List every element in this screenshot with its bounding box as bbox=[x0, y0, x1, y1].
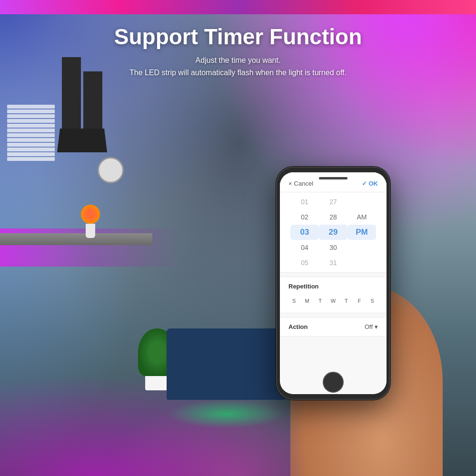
ampm-item bbox=[347, 240, 376, 255]
wall-clock bbox=[98, 157, 124, 183]
pendant-light-right bbox=[83, 71, 102, 152]
subtitle-line1: Adjust the time you want. bbox=[196, 56, 281, 64]
ok-button[interactable]: ✓ OK bbox=[362, 180, 378, 187]
minute-item: 31 bbox=[319, 255, 347, 270]
cancel-icon: × bbox=[288, 180, 292, 187]
day-monday[interactable]: M bbox=[301, 295, 312, 307]
app-interface: × Cancel ✓ OK 01 02 03 bbox=[280, 172, 387, 394]
flower-vase bbox=[86, 224, 95, 238]
phone-home-button[interactable] bbox=[323, 372, 344, 393]
lamp-shade-right bbox=[79, 129, 107, 152]
days-row: S M T W T F S bbox=[288, 295, 378, 307]
day-wednesday[interactable]: W bbox=[327, 295, 338, 307]
minute-selected: 29 bbox=[319, 225, 347, 240]
hour-item: 02 bbox=[290, 209, 319, 225]
minutes-column[interactable]: 27 28 29 30 31 bbox=[319, 194, 347, 270]
hour-selected: 03 bbox=[290, 225, 319, 240]
hours-column[interactable]: 01 02 03 04 05 bbox=[290, 194, 319, 270]
ampm-item bbox=[347, 255, 376, 270]
flower-decoration bbox=[81, 205, 100, 238]
blind-slat bbox=[7, 105, 55, 109]
blind-slat bbox=[7, 109, 55, 113]
time-picker[interactable]: 01 02 03 04 05 27 28 29 30 31 bbox=[280, 192, 387, 273]
top-text-overlay: Support Timer Function Adjust the time y… bbox=[0, 24, 476, 79]
minute-item: 27 bbox=[319, 194, 347, 209]
window-blinds bbox=[7, 105, 55, 176]
phone-screen: × Cancel ✓ OK 01 02 03 bbox=[280, 172, 387, 394]
hour-item: 04 bbox=[290, 240, 319, 255]
day-saturday[interactable]: S bbox=[367, 295, 378, 307]
time-picker-row: 01 02 03 04 05 27 28 29 30 31 bbox=[280, 194, 387, 270]
kitchen-counter bbox=[0, 233, 152, 245]
ok-icon: ✓ bbox=[362, 180, 367, 187]
blind-slat bbox=[7, 143, 55, 147]
blind-slat bbox=[7, 114, 55, 118]
action-value-text: Off bbox=[365, 323, 373, 330]
repetition-label: Repetition bbox=[288, 283, 378, 290]
blind-slat bbox=[7, 133, 55, 137]
day-friday[interactable]: F bbox=[354, 295, 365, 307]
blind-slat bbox=[7, 152, 55, 156]
phone-shell: × Cancel ✓ OK 01 02 03 bbox=[276, 167, 390, 400]
blind-slat bbox=[7, 129, 55, 132]
day-thursday[interactable]: T bbox=[341, 295, 352, 307]
flower-bunch bbox=[81, 205, 100, 224]
action-section[interactable]: Action Off ▾ bbox=[280, 317, 387, 337]
minute-item: 30 bbox=[319, 240, 347, 255]
action-chevron-icon: ▾ bbox=[375, 323, 378, 330]
cancel-button[interactable]: × Cancel bbox=[288, 180, 313, 187]
phone-speaker bbox=[319, 177, 347, 179]
blind-slat bbox=[7, 138, 55, 142]
ampm-item bbox=[347, 194, 376, 209]
action-label: Action bbox=[288, 323, 307, 330]
day-tuesday[interactable]: T bbox=[315, 295, 326, 307]
blind-slat bbox=[7, 119, 55, 123]
ampm-column[interactable]: AM PM bbox=[347, 194, 376, 270]
app-header: × Cancel ✓ OK bbox=[280, 172, 387, 192]
repetition-section: Repetition S M T W T F S bbox=[280, 277, 387, 313]
action-value-group: Off ▾ bbox=[365, 323, 378, 330]
day-sunday[interactable]: S bbox=[288, 295, 299, 307]
cancel-label: Cancel bbox=[294, 180, 313, 187]
hour-item: 05 bbox=[290, 255, 319, 270]
ampm-selected: PM bbox=[347, 225, 376, 240]
blind-slat bbox=[7, 157, 55, 161]
page-subtitle: Adjust the time you want. The LED strip … bbox=[0, 54, 476, 79]
minute-item: 28 bbox=[319, 209, 347, 225]
blind-slat bbox=[7, 124, 55, 128]
hour-item: 01 bbox=[290, 194, 319, 209]
subtitle-line2: The LED strip will automatically flash w… bbox=[129, 69, 347, 77]
phone-mockup: × Cancel ✓ OK 01 02 03 bbox=[267, 152, 428, 476]
ok-label: OK bbox=[369, 180, 378, 187]
page-title: Support Timer Function bbox=[0, 24, 476, 50]
ampm-am: AM bbox=[347, 209, 376, 225]
blind-slat bbox=[7, 148, 55, 151]
